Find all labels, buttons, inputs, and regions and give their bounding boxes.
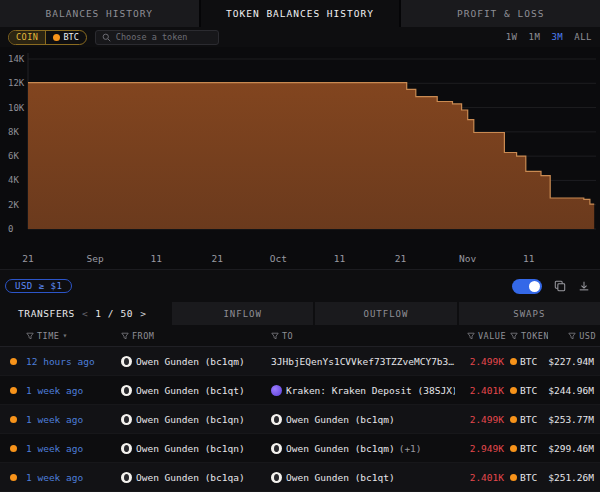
column-header-token[interactable]: TOKEN xyxy=(510,331,548,341)
prev-page-button[interactable]: < xyxy=(82,308,88,319)
transfer-time-link[interactable]: 1 week ago xyxy=(26,414,121,425)
tab-outflow[interactable]: OUTFLOW xyxy=(315,302,456,325)
usd-value: $227.94M xyxy=(548,356,600,367)
copy-icon xyxy=(554,280,566,292)
transfer-time-link[interactable]: 1 week ago xyxy=(26,385,121,396)
svg-text:14K: 14K xyxy=(8,54,25,64)
svg-text:10K: 10K xyxy=(8,103,25,113)
download-icon xyxy=(578,280,590,292)
range-all-button[interactable]: ALL xyxy=(574,32,592,42)
transfers-table-body: 12 hours agoOwen Gunden (bc1qm)3JHbjEQen… xyxy=(0,347,600,492)
transfer-value: 2.401K xyxy=(455,385,510,396)
next-page-button[interactable]: > xyxy=(140,308,146,319)
transfer-value: 2.499K xyxy=(455,356,510,367)
btc-icon xyxy=(510,416,517,423)
transfer-value: 2.949K xyxy=(455,443,510,454)
usd-filter-toggle[interactable] xyxy=(512,279,542,294)
tab-profit-loss[interactable]: PROFIT & LOSS xyxy=(401,0,600,27)
svg-text:4K: 4K xyxy=(8,175,19,185)
svg-text:Sep: Sep xyxy=(87,253,104,264)
table-row: 1 week agoOwen Gunden (bc1qa)Owen Gunden… xyxy=(0,463,600,492)
outflow-direction-dot xyxy=(10,358,17,365)
owen-gunden-avatar-icon xyxy=(121,472,132,483)
filter-icon xyxy=(510,332,518,340)
outflow-direction-dot xyxy=(10,445,17,452)
column-header-to[interactable]: TO xyxy=(271,331,455,341)
download-button[interactable] xyxy=(578,280,590,292)
transfer-time-link[interactable]: 1 week ago xyxy=(26,472,121,483)
coin-filter-label: COIN xyxy=(9,31,46,44)
range-selector: 1W 1M 3M ALL xyxy=(506,32,592,42)
btc-icon xyxy=(510,387,517,394)
to-entity-link[interactable]: Owen Gunden (bc1qm)(+1) xyxy=(271,443,455,454)
column-header-time[interactable]: TIME▾ xyxy=(26,331,121,341)
transfer-value: 2.401K xyxy=(455,472,510,483)
outflow-direction-dot xyxy=(10,387,17,394)
column-header-usd[interactable]: USD xyxy=(548,331,600,341)
from-entity-link[interactable]: Owen Gunden (bc1qt) xyxy=(121,385,271,396)
coin-filter-token: BTC xyxy=(63,32,78,42)
range-3m-button[interactable]: 3M xyxy=(551,32,563,42)
usd-min-filter-pill[interactable]: USD ≥ $1 xyxy=(5,279,72,293)
svg-text:11: 11 xyxy=(334,253,346,264)
sort-caret-icon: ▾ xyxy=(62,331,67,340)
from-entity-link[interactable]: Owen Gunden (bc1qm) xyxy=(121,356,271,367)
table-row: 1 week agoOwen Gunden (bc1qt)Kraken: Kra… xyxy=(0,376,600,405)
token-search-placeholder: Choose a token xyxy=(116,32,188,42)
transfer-time-link[interactable]: 1 week ago xyxy=(26,443,121,454)
svg-text:21: 21 xyxy=(212,253,224,264)
tab-token-balances-history[interactable]: TOKEN BALANCES HISTORY xyxy=(201,0,400,27)
outflow-direction-dot xyxy=(10,416,17,423)
svg-text:Oct: Oct xyxy=(270,253,287,264)
outflow-direction-dot xyxy=(10,474,17,481)
btc-icon xyxy=(53,34,60,41)
to-entity-link[interactable]: 3JHbjEQenYs1CVVkef73TZZveMCY7b3… xyxy=(271,356,455,367)
svg-text:6K: 6K xyxy=(8,151,19,161)
transfer-time-link[interactable]: 12 hours ago xyxy=(26,356,121,367)
svg-text:12K: 12K xyxy=(8,78,25,88)
tab-swaps[interactable]: SWAPS xyxy=(459,302,600,325)
owen-gunden-avatar-icon xyxy=(271,443,282,454)
table-header: TIME▾ FROM TO VALUE TOKEN USD xyxy=(0,325,600,347)
table-filter-row: USD ≥ $1 xyxy=(0,270,600,302)
svg-text:0: 0 xyxy=(8,224,13,234)
usd-value: $253.77M xyxy=(548,414,600,425)
from-entity-link[interactable]: Owen Gunden (bc1qn) xyxy=(121,443,271,454)
owen-gunden-avatar-icon xyxy=(271,414,282,425)
usd-value: $299.46M xyxy=(548,443,600,454)
to-entity-link[interactable]: Owen Gunden (bc1qt) xyxy=(271,472,455,483)
token-cell[interactable]: BTC xyxy=(510,414,548,425)
filter-icon xyxy=(568,332,576,340)
search-icon xyxy=(102,33,111,42)
usd-value: $244.96M xyxy=(548,385,600,396)
column-header-value[interactable]: VALUE xyxy=(455,331,510,341)
from-entity-link[interactable]: Owen Gunden (bc1qa) xyxy=(121,472,271,483)
tab-transfers[interactable]: TRANSFERS < 1 / 50 > xyxy=(0,302,170,325)
svg-text:21: 21 xyxy=(395,253,407,264)
token-search-input[interactable]: Choose a token xyxy=(95,30,219,45)
transfers-label: TRANSFERS xyxy=(18,308,75,319)
range-1w-button[interactable]: 1W xyxy=(506,32,518,42)
table-row: 12 hours agoOwen Gunden (bc1qm)3JHbjEQen… xyxy=(0,347,600,376)
btc-icon xyxy=(510,445,517,452)
token-cell[interactable]: BTC xyxy=(510,472,548,483)
filter-icon xyxy=(26,332,34,340)
coin-filter-pill[interactable]: COIN BTC xyxy=(8,30,87,45)
to-entity-link[interactable]: Kraken: Kraken Deposit (38SJX) xyxy=(271,385,455,396)
tab-balances-history[interactable]: BALANCES HISTORY xyxy=(0,0,199,27)
owen-gunden-avatar-icon xyxy=(121,356,132,367)
token-cell[interactable]: BTC xyxy=(510,356,548,367)
page-indicator: 1 / 50 xyxy=(95,308,133,319)
tab-inflow[interactable]: INFLOW xyxy=(172,302,313,325)
to-entity-link[interactable]: Owen Gunden (bc1qm) xyxy=(271,414,455,425)
filter-icon xyxy=(271,332,279,340)
top-tab-bar: BALANCES HISTORY TOKEN BALANCES HISTORY … xyxy=(0,0,600,27)
column-header-from[interactable]: FROM xyxy=(121,331,271,341)
svg-text:8K: 8K xyxy=(8,127,19,137)
token-cell[interactable]: BTC xyxy=(510,443,548,454)
range-1m-button[interactable]: 1M xyxy=(529,32,541,42)
token-balance-area-chart[interactable]: 14K12K10K8K6K4K2K021Sep1121Oct1121Nov11 xyxy=(0,47,600,270)
copy-button[interactable] xyxy=(554,280,566,292)
from-entity-link[interactable]: Owen Gunden (bc1qn) xyxy=(121,414,271,425)
token-cell[interactable]: BTC xyxy=(510,385,548,396)
